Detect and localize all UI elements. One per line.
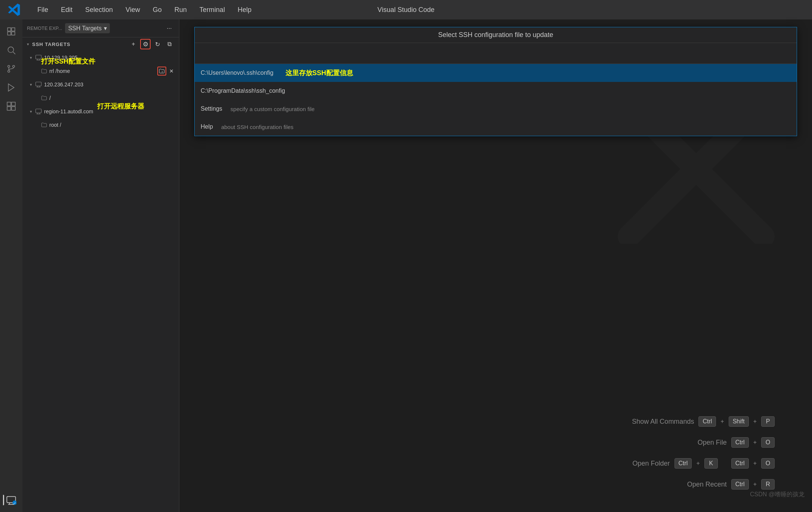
- section-chevron-icon: ▾: [27, 42, 29, 47]
- folder-3-icon: [41, 122, 47, 128]
- activity-remote-explorer[interactable]: ⤢: [3, 492, 19, 508]
- folder-icon: [41, 68, 47, 74]
- collapse-all-button[interactable]: ⧉: [164, 39, 175, 49]
- svg-rect-12: [12, 102, 15, 106]
- host-3-folder-root[interactable]: root /: [22, 118, 179, 132]
- activity-extensions[interactable]: [3, 98, 19, 114]
- menu-view[interactable]: View: [120, 4, 145, 15]
- menu-file[interactable]: File: [32, 4, 53, 15]
- shortcut-label-2: Open File: [698, 439, 727, 447]
- kbd-ctrl-3b: Ctrl: [731, 458, 749, 469]
- host-1-folder-rrl[interactable]: rrl /home ✕: [22, 64, 179, 78]
- ssh-targets-dropdown[interactable]: SSH Targets ▾: [65, 23, 110, 33]
- menu-selection[interactable]: Selection: [80, 4, 118, 15]
- menu-terminal[interactable]: Terminal: [194, 4, 230, 15]
- svg-line-5: [13, 52, 15, 54]
- ssh-targets-label: SSH Targets: [68, 25, 102, 32]
- svg-rect-2: [7, 32, 11, 35]
- kbd-ctrl-3a: Ctrl: [674, 458, 692, 469]
- activity-search[interactable]: [3, 42, 19, 58]
- monitor-3-icon: [35, 108, 42, 115]
- activity-run-debug[interactable]: [3, 79, 19, 96]
- host-3[interactable]: ▾ region-11.autodl.com: [22, 105, 179, 118]
- config-item-help[interactable]: Help about SSH configuration files: [195, 118, 797, 136]
- host-2-child-label: /: [49, 95, 51, 101]
- host-1-child-actions: ✕: [157, 67, 179, 76]
- svg-point-6: [8, 65, 10, 67]
- window-title: Visual Studio Code: [377, 6, 435, 14]
- dropdown-chevron-icon: ▾: [104, 25, 107, 32]
- command-search-input[interactable]: [195, 47, 797, 64]
- folder-2-icon: [41, 95, 47, 101]
- svg-rect-21: [36, 55, 41, 59]
- svg-text:⤢: ⤢: [13, 502, 16, 505]
- svg-rect-25: [36, 82, 41, 86]
- close-connection-button[interactable]: ✕: [167, 67, 176, 76]
- command-palette: Select SSH configuration file to update …: [179, 19, 812, 144]
- sidebar: REMOTE EXP... SSH Targets ▾ ··· ▾ SSH TA…: [22, 19, 179, 512]
- svg-rect-14: [12, 107, 15, 110]
- remote-exp-label: REMOTE EXP...: [27, 25, 62, 31]
- host-2-folder-root[interactable]: /: [22, 91, 179, 105]
- command-palette-title: Select SSH configuration file to update: [195, 27, 797, 43]
- config-path-3: Settings: [201, 105, 222, 112]
- sidebar-header: REMOTE EXP... SSH Targets ▾ ···: [22, 19, 179, 37]
- svg-point-7: [8, 70, 10, 72]
- kbd-ctrl-1: Ctrl: [698, 416, 716, 427]
- menu-run[interactable]: Run: [169, 4, 192, 15]
- titlebar: File Edit Selection View Go Run Terminal…: [0, 0, 812, 19]
- shortcut-show-commands: Show All Commands Ctrl + Shift + P: [632, 416, 775, 427]
- kbd-r-4: R: [761, 479, 775, 490]
- shortcut-open-file: Open File Ctrl + O: [632, 437, 775, 448]
- activity-bar: ⤢: [0, 19, 22, 512]
- annotation-ssh-info: 这里存放SSH配置信息: [285, 68, 353, 77]
- open-config-button[interactable]: ⚙: [140, 39, 151, 49]
- shortcut-label-3: Open Folder: [632, 460, 670, 467]
- shortcut-open-recent: Open Recent Ctrl + R: [632, 479, 775, 490]
- menu-help[interactable]: Help: [232, 4, 257, 15]
- vscode-logo-icon: [7, 3, 21, 16]
- activity-explorer[interactable]: [3, 23, 19, 40]
- refresh-button[interactable]: ↻: [152, 39, 163, 49]
- config-path-2: C:\ProgramData\ssh\ssh_config: [201, 88, 285, 94]
- kbd-o-3: O: [761, 458, 775, 469]
- svg-rect-0: [7, 28, 11, 31]
- config-item-user-ssh[interactable]: C:\Users\lenovo\.ssh\config 这里存放SSH配置信息: [195, 64, 797, 82]
- more-actions-button[interactable]: ···: [164, 23, 175, 34]
- add-ssh-target-button[interactable]: +: [128, 39, 139, 49]
- svg-rect-11: [7, 102, 11, 106]
- host-1-chevron-icon: ▾: [30, 55, 32, 60]
- activity-source-control[interactable]: [3, 61, 19, 77]
- config-item-programdata-ssh[interactable]: C:\ProgramData\ssh\ssh_config: [195, 82, 797, 100]
- kbd-ctrl-4: Ctrl: [731, 479, 749, 490]
- ssh-targets-section-header[interactable]: ▾ SSH TARGETS + ⚙ ↻ ⧉: [22, 37, 179, 51]
- config-desc-4: about SSH configuration files: [221, 124, 293, 130]
- menu-edit[interactable]: Edit: [56, 4, 78, 15]
- config-item-settings[interactable]: Settings specify a custom configuration …: [195, 100, 797, 118]
- menu-bar: File Edit Selection View Go Run Terminal…: [32, 4, 257, 15]
- main-content: Select SSH configuration file to update …: [179, 19, 812, 512]
- open-remote-folder-button[interactable]: [157, 67, 166, 76]
- svg-point-4: [8, 47, 13, 52]
- kbd-o-2: O: [761, 437, 775, 448]
- svg-rect-13: [7, 107, 11, 110]
- monitor-icon: [35, 54, 42, 61]
- config-path-1: C:\Users\lenovo\.ssh\config: [201, 70, 274, 76]
- shortcuts-area: Show All Commands Ctrl + Shift + P Open …: [632, 416, 775, 490]
- host-1[interactable]: ▾ 10.129.19.205: [22, 51, 179, 64]
- config-path-4: Help: [201, 123, 213, 130]
- command-list: C:\Users\lenovo\.ssh\config 这里存放SSH配置信息 …: [195, 64, 797, 136]
- kbd-shift-1: Shift: [729, 416, 749, 427]
- svg-rect-1: [12, 28, 15, 31]
- host-1-label: 10.129.19.205: [44, 55, 78, 61]
- host-1-child-label: rrl /home: [49, 68, 70, 74]
- host-2-chevron-icon: ▾: [30, 82, 32, 87]
- command-palette-box: Select SSH configuration file to update …: [194, 27, 797, 136]
- monitor-2-icon: [35, 81, 42, 88]
- kbd-k-3: K: [704, 458, 718, 469]
- host-2[interactable]: ▾ 120.236.247.203: [22, 78, 179, 91]
- sidebar-header-actions: ···: [164, 23, 175, 34]
- svg-rect-29: [36, 109, 41, 113]
- menu-go[interactable]: Go: [148, 4, 167, 15]
- kbd-ctrl-2: Ctrl: [731, 437, 749, 448]
